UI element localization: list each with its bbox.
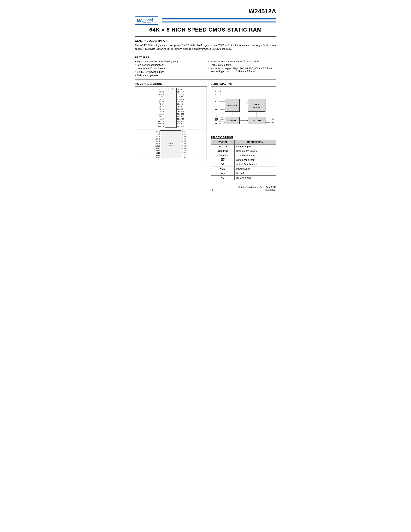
dot-label: · <box>215 104 216 106</box>
pin-desc-section: PIN DESCRIPTION SYMBOL DESCRIPTION A0–A1… <box>211 136 276 180</box>
tsop-body: 32-pinTSOP <box>160 130 181 158</box>
dip-pin-r-28: 28 □ A13 <box>177 98 184 101</box>
pin-row-nc: NC No Connection <box>211 176 276 180</box>
dip-pin-r-31: 31 □ A15 <box>177 91 184 93</box>
dip-pin-r-25: 25 □ A11 <box>177 105 184 108</box>
dip-pin-r-24: 24 □ OE <box>177 108 184 110</box>
dip-pkg-right: 32 □ VDD 31 □ A15 30 □ CS2 29 □ WE 28 □ … <box>177 88 184 128</box>
feat-label-5: All inputs and outputs directly TTL comp… <box>210 60 259 63</box>
feat-bullet-5: • <box>208 60 209 63</box>
dip-pin-r-20: 20 □ I/O7 <box>177 118 184 120</box>
dip-pin-r-32: 32 □ VDD <box>177 88 184 91</box>
tsop-rp-22: 22 I/O1 <box>182 148 187 150</box>
pin-desc-io: Data Inputs/Outputs <box>234 149 276 153</box>
tsop-lp-5: A15 5 <box>155 137 160 139</box>
core-array-label-2: ARRAY <box>253 106 260 108</box>
vdd-label: V DD → <box>215 90 221 93</box>
features-left-col: • High speed access time: 25 nS (max.) •… <box>135 60 203 77</box>
pin-sym-io: I/O1–I/O8 <box>211 149 234 153</box>
pin-row-we: WE Write Enable Input <box>211 158 276 162</box>
pin-desc-oe: Output Enable Input <box>234 162 276 167</box>
pin-sym-a0-a15: A0–A15 <box>211 144 234 149</box>
pin-config-col: PIN CONFIGURATIONS NC □ 1 NC □ 2 A14 □ 3… <box>135 82 207 180</box>
tsop-rp-31: 31 A10 <box>182 132 187 134</box>
pin-desc-header-row: SYMBOL DESCRIPTION <box>211 140 276 144</box>
tsop-rp-29: 29 I/O8 <box>182 136 187 137</box>
block-diag-svg: V DD → V SS → A0 · A15 DECODER CORE <box>213 89 274 131</box>
cs1-signal: CS1 <box>215 118 218 120</box>
logo-box: W inbond Electronics Corp. <box>135 17 159 25</box>
dip-pin-l-10: A2 □ 10 <box>158 110 164 113</box>
pin-row-io: I/O1–I/O8 Data Inputs/Outputs <box>211 149 276 153</box>
pub-date: Publication Release Date: April 1997 <box>238 186 276 189</box>
two-col-section: PIN CONFIGURATIONS NC □ 1 NC □ 2 A14 □ 3… <box>135 82 276 180</box>
logo-corp: Electronics Corp. <box>141 21 156 23</box>
tsop-rp-21: 21 CS2 <box>182 150 187 151</box>
we-line <box>219 123 225 124</box>
dip-pin-l-11: A1 □ 11 <box>158 113 164 115</box>
page-number: - 1 - <box>210 189 215 191</box>
tsop-rp-19: 19 A8 <box>182 153 187 155</box>
pin-sym-cs: CS1, CS2 <box>211 153 234 158</box>
decoder-label: DECODER <box>228 104 237 106</box>
tsop-lp-8: NC 8 <box>155 142 160 144</box>
cs2-line <box>219 117 225 118</box>
feat-bullet-3: • <box>135 71 136 73</box>
feat-item-4: • Fully static operation <box>135 74 203 77</box>
pin-desc-a0-a15: Address Inputs <box>234 144 276 149</box>
pin-desc-cs: Chip Select Inputs <box>234 153 276 158</box>
dip-pin-l-6: A6 □ 6 <box>158 101 164 103</box>
pin-desc-vdd: Power Supply <box>234 167 276 171</box>
dip-pin-l-16: Vss □ 16 <box>158 125 164 128</box>
tsop-full: A11 1 A8 2 A9 3 WE 4 A15 5 VDD 6 NC 7 NC… <box>136 129 206 159</box>
dip-pkg-body <box>165 88 177 128</box>
pin-row-oe: OE Output Enable Input <box>211 162 276 167</box>
divider-3 <box>135 79 276 80</box>
tsop-rp-28: 28 I/O7 <box>182 137 187 139</box>
tsop-rp-17: 17 A0 <box>182 156 187 158</box>
divider-1 <box>135 36 276 37</box>
dip-pin-r-27: 27 □ A8 <box>177 101 184 103</box>
tsop-lp-16: A2 16 <box>155 156 160 158</box>
logo-row: W inbond Electronics Corp. <box>135 17 276 25</box>
features-right-col: • All inputs and outputs directly TTL co… <box>208 60 276 77</box>
logo-line-2 <box>162 19 276 20</box>
tsop-label: 32-pinTSOP <box>168 142 173 146</box>
oe-signal: OE <box>215 120 217 122</box>
tsop-lp-7: NC 7 <box>155 141 160 142</box>
dip-pin-r-26: 26 □ A9 <box>177 103 184 105</box>
core-array-box <box>248 99 265 111</box>
dip-pin-r-23: 23 □ A10 <box>177 110 184 113</box>
control-label: CONTROL <box>228 120 237 122</box>
dip-pin-l-4: A12 □ 4 <box>158 95 164 98</box>
feat-label-7: Available packages: 32-pin 300 mil SOJ, … <box>210 67 276 73</box>
feat-item-5: • All inputs and outputs directly TTL co… <box>208 60 276 63</box>
tsop-rp-20: 20 A13 <box>182 151 187 153</box>
dip-notch <box>169 88 173 90</box>
feat-bullet-7: • <box>208 67 209 70</box>
pin-row-cs: CS1, CS2 Chip Select Inputs <box>211 153 276 158</box>
feat-label-4: Fully static operation <box>137 74 159 77</box>
tsop-rp-32: 32 OE <box>182 130 187 132</box>
tsop-rp-27: 27 I/O6 <box>182 139 187 141</box>
feat-item-3: • Single +5V power supply <box>135 71 203 73</box>
tsop-lp-3: A9 3 <box>155 134 160 136</box>
feat-sub-1: – Active: 800 mW (max.) <box>139 67 203 70</box>
logo-lines <box>162 18 276 23</box>
tsop-rp-25: 25 I/O4 <box>182 142 187 144</box>
logo-line-3 <box>162 21 276 22</box>
we-signal: WE <box>215 123 217 124</box>
feat-label-2: Low power consumption: <box>137 64 164 66</box>
tsop-rp-30: 30 CS1 <box>182 134 187 136</box>
pin-config-box: NC □ 1 NC □ 2 A14 □ 3 A12 □ 4 A7 □ 5 A6 … <box>135 86 207 161</box>
a0-label: A0 <box>215 100 217 102</box>
dip-pin-r-29: 29 □ WE <box>177 95 184 98</box>
pin-desc-title: PIN DESCRIPTION <box>211 136 276 139</box>
tsop-lp-2: A8 2 <box>155 132 160 134</box>
dip-pin-l-15: I/O3 □ 15 <box>158 123 164 125</box>
block-diag-col: BLOCK DIAGRAM V DD → V SS → A0 · A15 DEC… <box>211 82 276 180</box>
tsop-lp-12: A6 12 <box>155 150 160 151</box>
footer-right: Publication Release Date: April 1997 Rev… <box>238 186 276 191</box>
feat-item-6: • Three-state outputs <box>208 64 276 66</box>
tsop-rp-18: 18 A1 <box>182 155 187 156</box>
